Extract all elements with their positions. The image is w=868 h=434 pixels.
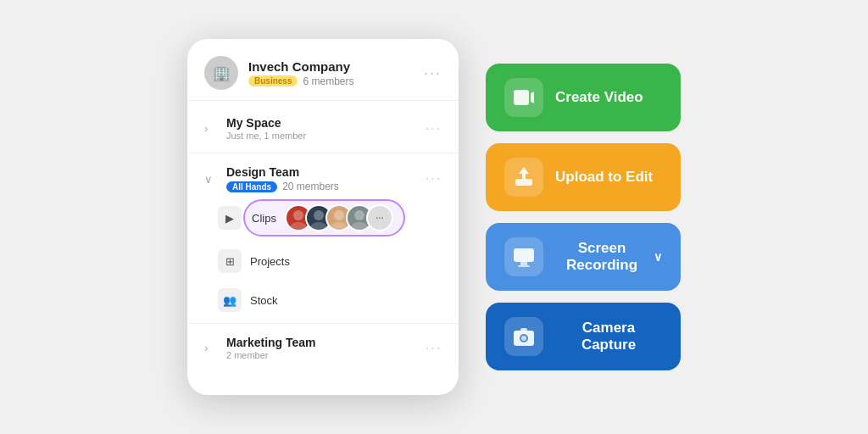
- svg-point-3: [310, 222, 327, 230]
- chevron-right-icon-2: ›: [204, 342, 218, 354]
- marketing-team-subtitle: 2 member: [226, 350, 417, 360]
- company-name: Invech Company: [248, 59, 414, 74]
- sub-nav: ▶ Clips: [187, 196, 459, 320]
- svg-rect-19: [520, 328, 527, 331]
- camera-capture-icon: [504, 317, 543, 356]
- design-team-meta: All Hands 20 members: [226, 181, 417, 192]
- svg-rect-13: [514, 248, 534, 262]
- create-video-icon: [504, 78, 543, 117]
- svg-point-18: [521, 336, 526, 341]
- screen-rec-label-group: Screen Recording ∨: [555, 240, 662, 275]
- clips-icon: ▶: [218, 206, 242, 230]
- svg-point-0: [293, 210, 303, 220]
- marketing-label-group: Marketing Team 2 member: [226, 336, 417, 360]
- marketing-team-title: Marketing Team: [226, 336, 417, 349]
- design-team-menu-button[interactable]: ···: [426, 171, 442, 186]
- upload-to-edit-button[interactable]: Upload to Edit: [486, 143, 681, 211]
- card-header: 🏢 Invech Company Business 6 members ···: [187, 39, 459, 101]
- upload-to-edit-label: Upload to Edit: [555, 169, 653, 186]
- clips-avatars: ···: [285, 204, 393, 231]
- screen-recording-button[interactable]: Screen Recording ∨: [486, 223, 681, 291]
- my-space-title: My Space: [226, 116, 417, 130]
- camera-capture-button[interactable]: Camera Capture: [486, 303, 681, 370]
- svg-point-6: [354, 210, 364, 220]
- workspace-card: 🏢 Invech Company Business 6 members ··· …: [187, 39, 459, 395]
- screen-recording-chevron: ∨: [654, 250, 662, 264]
- marketing-team-item[interactable]: › Marketing Team 2 member ···: [187, 327, 459, 369]
- chevron-down-icon: ∨: [204, 173, 218, 186]
- create-video-label: Create Video: [555, 89, 643, 106]
- my-space-subtitle: Just me, 1 member: [226, 131, 417, 141]
- header-info: Invech Company Business 6 members: [248, 59, 414, 87]
- svg-rect-14: [520, 262, 527, 265]
- svg-point-4: [334, 210, 344, 220]
- actions-panel: Create Video Upload to Edit: [486, 64, 681, 370]
- main-scene: 🏢 Invech Company Business 6 members ··· …: [0, 0, 868, 434]
- nav-section: › My Space Just me, 1 member ··· ∨ Desig…: [187, 101, 459, 376]
- projects-icon: ⊞: [218, 249, 242, 273]
- divider-2: [187, 323, 459, 324]
- chevron-right-icon: ›: [204, 122, 218, 135]
- all-hands-badge: All Hands: [226, 181, 277, 192]
- svg-marker-11: [519, 167, 529, 174]
- company-meta: Business 6 members: [248, 75, 414, 87]
- clips-label: Clips: [252, 212, 276, 225]
- camera-capture-label: Camera Capture: [555, 320, 662, 354]
- design-team-header[interactable]: ∨ Design Team All Hands 20 members ···: [187, 157, 459, 196]
- screen-recording-label: Screen Recording: [555, 240, 648, 275]
- company-avatar: 🏢: [204, 56, 238, 90]
- svg-point-7: [351, 222, 368, 230]
- svg-point-2: [314, 210, 324, 220]
- my-space-label-group: My Space Just me, 1 member: [226, 116, 417, 141]
- svg-rect-8: [514, 90, 529, 105]
- avatar-more: ···: [366, 204, 393, 231]
- upload-icon: [504, 158, 543, 197]
- design-team-title: Design Team: [226, 165, 417, 179]
- create-video-button[interactable]: Create Video: [486, 64, 681, 131]
- svg-marker-9: [531, 92, 534, 103]
- my-space-menu-button[interactable]: ···: [426, 121, 442, 136]
- marketing-team-menu-button[interactable]: ···: [426, 341, 442, 356]
- stock-icon: 👥: [218, 288, 242, 312]
- svg-rect-10: [515, 179, 532, 186]
- design-team-members: 20 members: [282, 181, 339, 192]
- svg-rect-15: [518, 265, 530, 267]
- stock-label: Stock: [250, 294, 442, 307]
- screen-recording-icon: [504, 237, 543, 276]
- svg-rect-12: [522, 174, 526, 179]
- company-menu-button[interactable]: ···: [424, 64, 442, 82]
- divider: [187, 153, 459, 153]
- business-badge: Business: [248, 75, 298, 86]
- svg-point-5: [331, 222, 348, 230]
- design-team-info: Design Team All Hands 20 members: [226, 165, 417, 192]
- clips-highlighted-row[interactable]: Clips: [243, 199, 405, 236]
- svg-point-1: [290, 222, 307, 230]
- company-members: 6 members: [303, 75, 353, 87]
- projects-label: Projects: [250, 255, 442, 268]
- my-space-item[interactable]: › My Space Just me, 1 member ···: [187, 108, 459, 149]
- stock-item[interactable]: 👥 Stock: [218, 281, 459, 320]
- projects-item[interactable]: ⊞ Projects: [218, 242, 459, 281]
